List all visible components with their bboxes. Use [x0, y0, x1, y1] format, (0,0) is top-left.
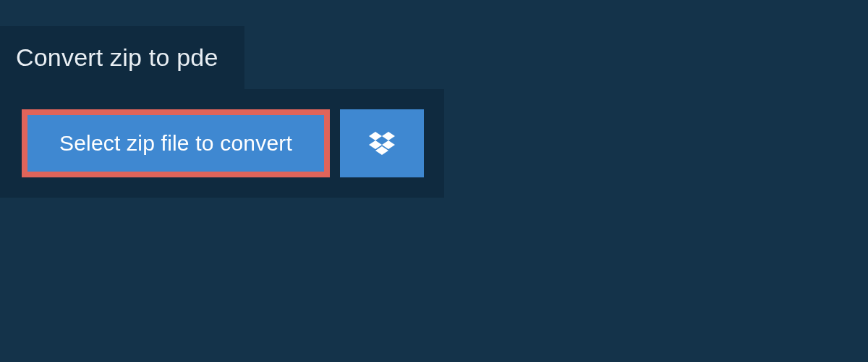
action-panel: Select zip file to convert — [0, 89, 444, 198]
page-title: Convert zip to pde — [16, 43, 218, 72]
dropbox-icon — [367, 128, 396, 159]
select-file-button[interactable]: Select zip file to convert — [22, 109, 330, 177]
svg-marker-1 — [382, 132, 395, 140]
select-file-label: Select zip file to convert — [59, 131, 292, 156]
tab-header: Convert zip to pde — [0, 26, 244, 89]
svg-marker-0 — [369, 132, 382, 140]
dropbox-button[interactable] — [340, 109, 424, 177]
